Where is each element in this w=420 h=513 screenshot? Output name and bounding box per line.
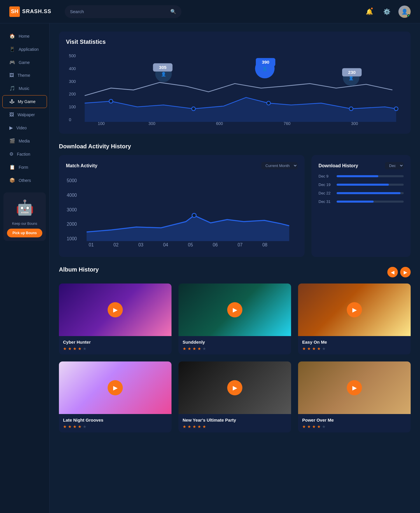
play-button[interactable]: ▶ — [108, 380, 123, 395]
album-thumbnail: ▶ — [59, 361, 172, 414]
music-icon: 🎵 — [9, 86, 15, 91]
sidebar-item-label: Video — [16, 126, 27, 130]
sidebar-item-video[interactable]: ▶ Video — [2, 121, 47, 134]
progress-fill — [337, 184, 389, 186]
play-button[interactable]: ▶ — [108, 302, 123, 317]
album-info: Easy On Me ★ ★ ★ ★ ★ — [298, 336, 411, 354]
activity-row: Match Activity Current Month Last Month … — [59, 155, 411, 257]
svg-text:03: 03 — [138, 242, 143, 247]
svg-text:5000: 5000 — [67, 178, 77, 183]
game-icon: 🎮 — [9, 60, 15, 65]
sidebar-item-mygame[interactable]: 🕹 My Game — [2, 95, 47, 108]
star-4: ★ — [317, 424, 321, 429]
svg-point-12 — [109, 99, 113, 103]
download-activity-title: Download Activity History — [59, 143, 411, 150]
play-button[interactable]: ▶ — [227, 380, 242, 395]
svg-text:305: 305 — [159, 65, 167, 70]
progress-row-dec9: Dec 9 — [318, 174, 404, 178]
svg-text:04: 04 — [163, 242, 168, 247]
star-5: ★ — [83, 346, 87, 351]
album-info: New Year's Ultimate Party ★ ★ ★ ★ ★ — [178, 414, 291, 432]
star-1: ★ — [183, 424, 186, 429]
next-arrow-button[interactable]: ▶ — [400, 267, 411, 277]
match-activity-title: Match Activity — [66, 163, 97, 168]
svg-text:👤: 👤 — [161, 72, 166, 77]
notification-badge — [370, 7, 373, 10]
album-info: Late Night Grooves ★ ★ ★ ★ ★ — [59, 414, 172, 432]
play-button[interactable]: ▶ — [347, 380, 362, 395]
match-activity-card: Match Activity Current Month Last Month … — [59, 155, 304, 257]
application-icon: 📱 — [9, 46, 15, 52]
sidebar-item-game[interactable]: 🎮 Game — [2, 56, 47, 69]
play-button[interactable]: ▶ — [227, 302, 242, 317]
progress-track — [337, 184, 404, 186]
star-rating: ★ ★ ★ ★ ★ — [63, 346, 167, 351]
star-4: ★ — [197, 424, 201, 429]
svg-text:06: 06 — [213, 242, 218, 247]
star-rating: ★ ★ ★ ★ ★ — [302, 424, 407, 429]
progress-row-dec19: Dec 19 — [318, 182, 404, 187]
star-4: ★ — [78, 346, 82, 351]
svg-text:230: 230 — [348, 70, 356, 75]
svg-text:2000: 2000 — [67, 222, 77, 227]
album-thumbnail: ▶ — [298, 361, 411, 414]
sidebar-item-others[interactable]: 📦 Others — [2, 174, 47, 187]
album-title: Cyber Hunter — [63, 340, 167, 345]
sidebar-item-form[interactable]: 📋 Form — [2, 161, 47, 173]
album-title: Power Over Me — [302, 418, 407, 422]
star-1: ★ — [63, 424, 67, 429]
svg-text:05: 05 — [188, 242, 193, 247]
album-title: Late Night Grooves — [63, 418, 167, 422]
star-1: ★ — [302, 424, 306, 429]
visit-statistics-chart: 500 400 300 200 100 0 100 300 600 760 30… — [66, 51, 404, 126]
album-title: New Year's Ultimate Party — [183, 418, 287, 422]
album-card-new-years-party[interactable]: ▶ New Year's Ultimate Party ★ ★ ★ ★ ★ — [178, 361, 291, 432]
pickup-bonus-button[interactable]: Pick up Bouns — [7, 229, 42, 237]
sidebar-item-faction[interactable]: ⚙ Faction — [2, 148, 47, 160]
sidebar-item-application[interactable]: 📱 Application — [2, 43, 47, 55]
album-card-cyber-hunter[interactable]: ▶ Cyber Hunter ★ ★ ★ ★ ★ — [59, 284, 172, 354]
search-bar[interactable]: 🔍 — [65, 5, 181, 18]
sidebar-item-music[interactable]: 🎵 Music — [2, 82, 47, 95]
sidebar-item-media[interactable]: 🎬 Media — [2, 135, 47, 147]
album-title: Easy On Me — [302, 340, 407, 345]
svg-point-15 — [349, 107, 353, 111]
album-card-sunddenly[interactable]: ▶ Sunddenly ★ ★ ★ ★ ★ — [178, 284, 291, 354]
online-indicator — [407, 14, 410, 17]
album-card-easy-on-me[interactable]: ▶ Easy On Me ★ ★ ★ ★ ★ — [298, 284, 411, 354]
robot-image: 🤖 — [13, 196, 36, 219]
svg-point-13 — [192, 107, 195, 111]
prev-arrow-button[interactable]: ◀ — [387, 267, 398, 277]
sidebar-item-theme[interactable]: 🖼 Theme — [2, 69, 47, 81]
sidebar-item-home[interactable]: 🏠 Home — [2, 30, 47, 42]
settings-button[interactable]: ⚙️ — [381, 6, 393, 18]
avatar[interactable]: 👤 — [398, 6, 411, 18]
progress-track — [337, 192, 404, 194]
play-button[interactable]: ▶ — [347, 302, 362, 317]
svg-text:390: 390 — [262, 60, 270, 65]
sidebar-item-walpaper[interactable]: 🖼 Walpaper — [2, 109, 47, 121]
sidebar-item-label: Faction — [17, 152, 30, 156]
progress-label: Dec 9 — [318, 174, 333, 178]
album-title: Sunddenly — [183, 340, 287, 345]
logo: SH SRASH.SS — [9, 6, 59, 17]
match-activity-chart: 5000 4000 3000 2000 1000 01 02 03 04 05 … — [66, 174, 298, 248]
theme-icon: 🖼 — [9, 73, 14, 78]
star-rating: ★ ★ ★ ★ ★ — [302, 346, 407, 351]
svg-text:👤: 👤 — [262, 66, 267, 72]
match-activity-filter[interactable]: Current Month Last Month — [261, 162, 298, 169]
sidebar-item-label: Home — [19, 34, 29, 39]
bonus-card: 🤖 Keep our Bouns Pick up Bouns — [4, 192, 46, 241]
album-history-header: Album History ◀ ▶ — [59, 266, 411, 278]
album-card-power-over-me[interactable]: ▶ Power Over Me ★ ★ ★ ★ ★ — [298, 361, 411, 432]
sidebar-item-label: Form — [19, 165, 28, 170]
notification-button[interactable]: 🔔 — [363, 6, 375, 18]
download-history-filter[interactable]: Dec Nov — [385, 162, 404, 169]
star-rating: ★ ★ ★ ★ ★ — [183, 424, 287, 429]
star-3: ★ — [192, 424, 196, 429]
star-4: ★ — [197, 346, 201, 351]
form-icon: 📋 — [9, 164, 15, 170]
album-card-late-night-grooves[interactable]: ▶ Late Night Grooves ★ ★ ★ ★ ★ — [59, 361, 172, 432]
star-3: ★ — [312, 424, 316, 429]
search-input[interactable] — [70, 9, 167, 14]
